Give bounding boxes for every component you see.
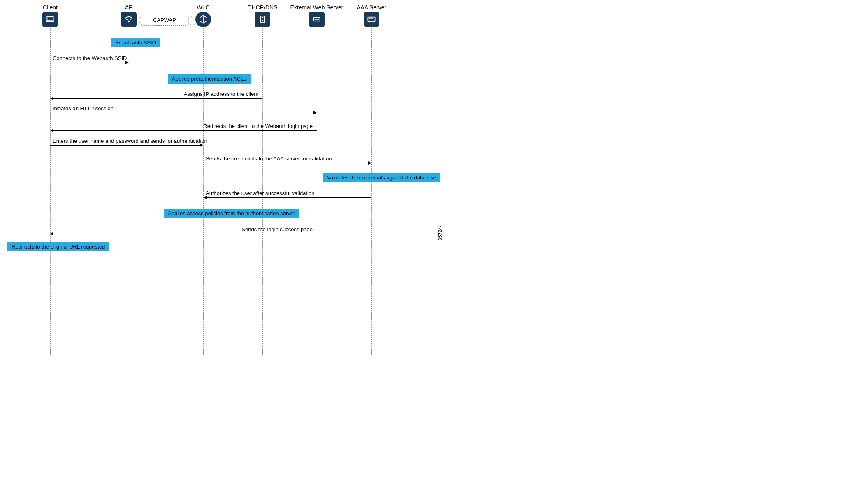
arrow-send-to-aaa: [203, 163, 368, 163]
label-authorize-user: Authorizes the user after successful val…: [206, 190, 314, 196]
label-send-to-aaa: Sends the credentials to the AAA server …: [206, 156, 332, 162]
label-enter-creds: Enters the user name and password and se…: [53, 138, 207, 144]
note-validate-creds: Validates the credentials against the da…: [323, 173, 440, 182]
participant-label-webs: External Web Server: [290, 4, 344, 11]
participant-label-wlc: WLC: [197, 4, 209, 11]
note-preauth-acls: Applies preauthentication ACLs: [168, 74, 251, 84]
label-connect-ssid: Connects to the Webauth SSID: [53, 55, 127, 61]
lifeline-client: [50, 28, 51, 355]
label-init-http: Initiates an HTTP session: [53, 105, 114, 111]
arrowhead-assign-ip: [50, 97, 53, 100]
arrow-assign-ip: [53, 98, 262, 99]
arrowhead-redirect-login: [50, 129, 53, 132]
web-server-icon: [309, 12, 325, 27]
arrow-connect-ssid: [50, 63, 125, 63]
note-broadcast-ssid: Broadcasts SSID: [111, 38, 160, 47]
capwap-tunnel: CAPWAP: [139, 16, 190, 26]
participant-label-client: Client: [43, 4, 58, 11]
capwap-label: CAPWAP: [153, 17, 176, 23]
sequence-diagram: Client AP CAPWAP WLC DHCP/DNS External W…: [4, 4, 613, 362]
svg-point-0: [128, 21, 129, 22]
wlc-controller-icon: [195, 12, 211, 27]
lifeline-ap: [129, 28, 129, 355]
arrow-redirect-login: [53, 130, 317, 131]
participant-label-dhcp: DHCP/DNS: [247, 4, 277, 11]
note-redirect-original: Redirects to the original URL requested: [7, 242, 109, 251]
arrowhead-connect-ssid: [125, 61, 129, 64]
arrowhead-enter-creds: [200, 144, 203, 147]
arrowhead-init-http: [313, 111, 317, 114]
arrow-init-http: [50, 113, 313, 113]
participant-label-aaa: AAA Server: [357, 4, 386, 11]
label-assign-ip: Assigns IP address to the client: [184, 91, 258, 97]
arrowhead-login-success: [50, 232, 53, 235]
lifeline-webs: [317, 28, 317, 355]
arrow-authorize-user: [207, 197, 371, 198]
arrow-login-success: [53, 234, 317, 234]
note-apply-policies: Applies access policies from the authent…: [164, 209, 299, 218]
label-login-success: Sends the login success page: [241, 226, 313, 232]
aaa-server-icon: [364, 12, 379, 27]
label-redirect-login: Redirects the client to the Webauth logi…: [203, 123, 313, 129]
arrowhead-send-to-aaa: [368, 161, 371, 165]
dhcp-server-icon: [255, 12, 270, 27]
lifeline-aaa: [371, 28, 372, 355]
arrowhead-authorize-user: [203, 196, 207, 199]
arrow-enter-creds: [50, 145, 200, 146]
participant-label-ap: AP: [125, 4, 133, 11]
figure-id: 357244: [437, 224, 443, 241]
svg-rect-1: [313, 18, 320, 21]
client-laptop-icon: [42, 12, 58, 27]
ap-wifi-icon: [121, 12, 137, 27]
